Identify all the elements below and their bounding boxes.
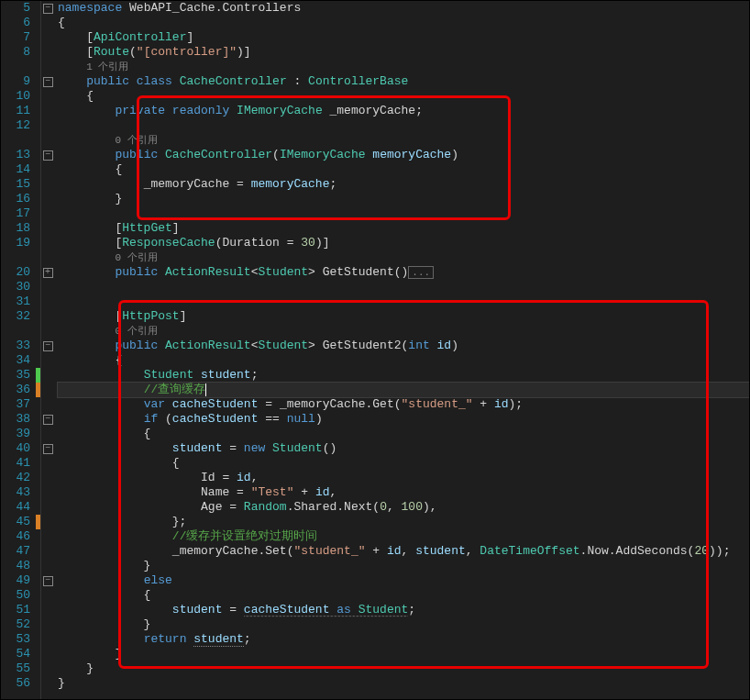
code-line[interactable]: Age = Random.Shared.Next(0, 100), [58,500,749,515]
fold-toggle-icon[interactable] [41,339,54,353]
code-line[interactable]: } [58,192,749,206]
code-line[interactable]: student = cacheStudent as Student; [58,603,749,617]
code-line[interactable]: } [58,661,749,676]
code-line[interactable]: Student student; [58,368,749,383]
code-line[interactable]: }; [58,515,749,529]
code-area[interactable]: namespace WebAPI_Cache.Controllers { [Ap… [54,1,749,699]
fold-toggle-icon[interactable] [41,412,54,427]
collapsed-region-icon[interactable]: ... [408,266,434,279]
code-line[interactable]: [HttpGet] [58,221,749,236]
code-line[interactable]: student = new Student() [58,441,749,456]
code-line[interactable]: var cacheStudent = _memoryCache.Get("stu… [58,397,749,412]
code-line[interactable]: public class CacheController : Controlle… [58,74,749,89]
code-line[interactable]: } [58,647,749,661]
code-line[interactable]: { [58,89,749,104]
code-line[interactable]: //缓存并设置绝对过期时间 [58,529,749,544]
code-line[interactable]: [ResponseCache(Duration = 30)] [58,236,749,250]
fold-toggle-icon[interactable] [41,74,54,89]
code-line[interactable] [58,280,749,294]
code-line[interactable]: } [58,559,749,573]
code-line[interactable]: namespace WebAPI_Cache.Controllers [58,1,749,16]
code-line[interactable]: Name = "Test" + id, [58,485,749,500]
code-line[interactable]: { [58,353,749,368]
code-line[interactable]: } [58,676,749,691]
fold-toggle-icon[interactable] [41,1,54,16]
fold-toggle-icon[interactable] [41,265,54,280]
code-line[interactable]: { [58,16,749,30]
code-line[interactable]: return student; [58,632,749,647]
codelens[interactable]: 0 个引用 [58,250,749,265]
codelens[interactable]: 0 个引用 [58,133,749,148]
code-line[interactable] [58,206,749,221]
fold-toggle-icon[interactable] [41,148,54,162]
codelens[interactable]: 1 个引用 [58,60,749,74]
code-line[interactable]: public ActionResult<Student> GetStudent2… [58,339,749,353]
code-line[interactable]: if (cacheStudent == null) [58,412,749,427]
code-line[interactable]: private readonly IMemoryCache _memoryCac… [58,104,749,118]
code-line[interactable]: Id = id, [58,471,749,485]
text-cursor [205,383,206,396]
code-line[interactable]: _memoryCache.Set("student_" + id, studen… [58,544,749,559]
code-line[interactable]: else [58,573,749,588]
fold-toggle-icon[interactable] [41,573,54,588]
code-line[interactable]: [HttpPost] [58,309,749,324]
code-line[interactable]: public CacheController(IMemoryCache memo… [58,148,749,162]
code-line[interactable]: { [58,427,749,441]
codelens[interactable]: 0 个引用 [58,324,749,339]
code-line[interactable]: [ApiController] [58,30,749,45]
line-number-gutter: 5 6 7 8 9 10 11 12 13 14 15 16 17 18 19 … [1,1,36,699]
code-line[interactable]: [Route("[controller]")] [58,45,749,60]
code-editor[interactable]: 5 6 7 8 9 10 11 12 13 14 15 16 17 18 19 … [1,1,749,699]
code-line-active[interactable]: //查询缓存 [58,383,749,397]
fold-toggle-icon[interactable] [41,441,54,456]
code-line[interactable]: { [58,588,749,603]
code-line[interactable]: } [58,617,749,632]
code-line[interactable] [58,118,749,133]
code-line[interactable]: { [58,162,749,177]
code-line[interactable]: { [58,456,749,471]
code-line[interactable] [58,294,749,309]
code-line[interactable]: public ActionResult<Student> GetStudent(… [58,265,749,280]
code-line[interactable]: _memoryCache = memoryCache; [58,177,749,192]
code-fold-column[interactable] [40,1,54,699]
